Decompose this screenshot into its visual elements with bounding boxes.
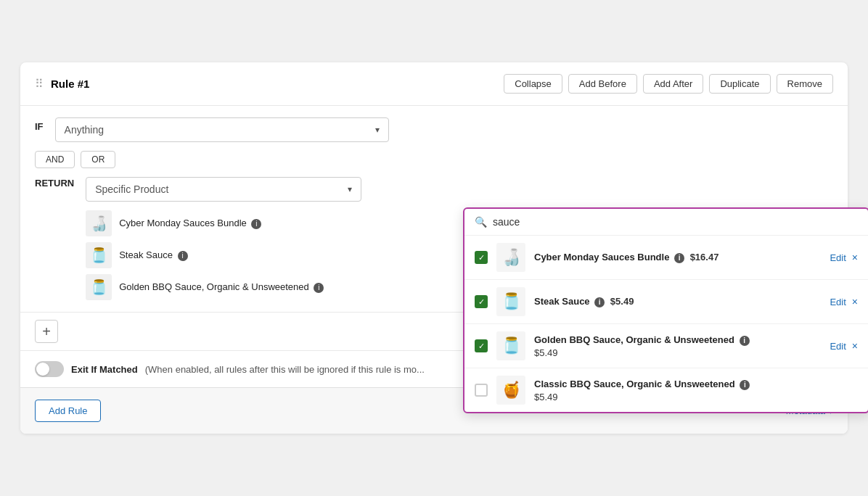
search-dropdown: 🔍 ✓ 🍶 Cyber Monday Sauces Bundle i $16.4… [463, 207, 868, 413]
search-icon: 🔍 [475, 216, 487, 228]
checkbox-3[interactable] [475, 384, 488, 397]
dropdown-price-2: $5.49 [534, 347, 821, 358]
dropdown-info-icon-2: i [740, 336, 750, 346]
toggle-knob [36, 363, 49, 376]
checkbox-2[interactable]: ✓ [475, 339, 488, 352]
if-section: IF Anything ▾ [20, 106, 848, 142]
add-before-button[interactable]: Add Before [568, 74, 637, 94]
product-name-2: Golden BBQ Sauce, Organic & Unsweetened … [119, 281, 324, 293]
if-dropdown-value: Anything [65, 124, 104, 136]
edit-link-1[interactable]: Edit [830, 297, 846, 307]
product-thumb-2: 🫙 [86, 274, 112, 300]
dropdown-thumb-2: 🫙 [496, 331, 525, 360]
add-after-button[interactable]: Add After [643, 74, 703, 94]
rule-title-area: ⠿ Rule #1 [35, 77, 89, 91]
checkbox-1[interactable]: ✓ [475, 295, 488, 308]
dropdown-price-3: $5.49 [534, 392, 858, 402]
product-thumb-0: 🍶 [86, 210, 112, 236]
dropdown-actions-2: Edit × [830, 340, 858, 352]
dropdown-info-icon-1: i [594, 297, 605, 307]
product-thumb-1: 🫙 [86, 242, 112, 268]
dropdown-item-name-1: Steak Sauce i $5.49 [534, 296, 821, 307]
return-dropdown-value: Specific Product [95, 183, 168, 195]
dropdown-thumb-3: 🍯 [496, 376, 525, 405]
edit-link-0[interactable]: Edit [830, 252, 846, 263]
add-product-button[interactable]: + [35, 320, 58, 343]
exit-desc: (When enabled, all rules after this will… [145, 364, 425, 375]
dropdown-item-2: ✓ 🫙 Golden BBQ Sauce, Organic & Unsweete… [464, 324, 868, 368]
dropdown-item-info-3: Classic BBQ Sauce, Organic & Unsweetened… [534, 379, 858, 402]
dropdown-info-icon-3: i [740, 380, 750, 390]
dropdown-item-1: ✓ 🫙 Steak Sauce i $5.49 Edit × [464, 280, 868, 324]
dropdown-price-1: $5.49 [610, 296, 634, 307]
if-dropdown[interactable]: Anything ▾ [55, 117, 389, 142]
or-button[interactable]: OR [81, 151, 115, 168]
search-input[interactable] [493, 216, 858, 228]
dropdown-item-info-1: Steak Sauce i $5.49 [534, 296, 821, 307]
dropdown-info-icon-0: i [674, 253, 684, 263]
dropdown-item-info-2: Golden BBQ Sauce, Organic & Unsweetened … [534, 334, 821, 358]
dropdown-item-3: 🍯 Classic BBQ Sauce, Organic & Unsweeten… [464, 368, 868, 412]
rule-title: Rule #1 [51, 78, 89, 90]
rule-header: ⠿ Rule #1 Collapse Add Before Add After … [20, 62, 848, 106]
close-link-2[interactable]: × [852, 340, 858, 352]
drag-icon: ⠿ [35, 77, 44, 91]
info-icon-0: i [251, 219, 261, 229]
return-dropdown[interactable]: Specific Product ▾ [86, 177, 361, 202]
edit-link-2[interactable]: Edit [830, 341, 846, 352]
dropdown-item-info-0: Cyber Monday Sauces Bundle i $16.47 [534, 252, 821, 263]
rule-container: ⠿ Rule #1 Collapse Add Before Add After … [20, 62, 848, 434]
dropdown-item-name-0: Cyber Monday Sauces Bundle i $16.47 [534, 252, 821, 263]
dropdown-thumb-1: 🫙 [496, 287, 525, 316]
dropdown-item-name-2: Golden BBQ Sauce, Organic & Unsweetened … [534, 334, 821, 346]
close-link-0[interactable]: × [852, 252, 858, 263]
dropdown-item-0: ✓ 🍶 Cyber Monday Sauces Bundle i $16.47 … [464, 236, 868, 280]
if-dropdown-chevron: ▾ [375, 125, 380, 135]
search-bar: 🔍 [464, 209, 868, 236]
if-label: IF [35, 121, 44, 132]
info-icon-1: i [178, 251, 188, 261]
info-icon-2: i [314, 283, 324, 293]
product-name-1: Steak Sauce i [119, 249, 187, 261]
dropdown-actions-0: Edit × [830, 252, 858, 263]
dropdown-item-name-3: Classic BBQ Sauce, Organic & Unsweetened… [534, 379, 858, 390]
add-rule-button[interactable]: Add Rule [35, 400, 101, 422]
remove-button[interactable]: Remove [777, 74, 833, 94]
return-label: RETURN [35, 178, 74, 189]
header-buttons: Collapse Add Before Add After Duplicate … [504, 74, 833, 94]
return-dropdown-chevron: ▾ [348, 184, 352, 194]
product-name-0: Cyber Monday Sauces Bundle i [119, 218, 261, 229]
checkbox-0[interactable]: ✓ [475, 251, 488, 264]
and-button[interactable]: AND [35, 151, 75, 168]
and-or-row: AND OR [20, 142, 848, 177]
duplicate-button[interactable]: Duplicate [709, 74, 770, 94]
close-link-1[interactable]: × [852, 296, 858, 307]
dropdown-price-0: $16.47 [690, 252, 719, 263]
dropdown-actions-1: Edit × [830, 296, 858, 307]
exit-toggle[interactable] [35, 361, 64, 377]
collapse-button[interactable]: Collapse [504, 74, 562, 94]
return-label-area: RETURN [35, 177, 74, 189]
exit-label: Exit If Matched [71, 364, 138, 375]
dropdown-thumb-0: 🍶 [496, 243, 525, 272]
